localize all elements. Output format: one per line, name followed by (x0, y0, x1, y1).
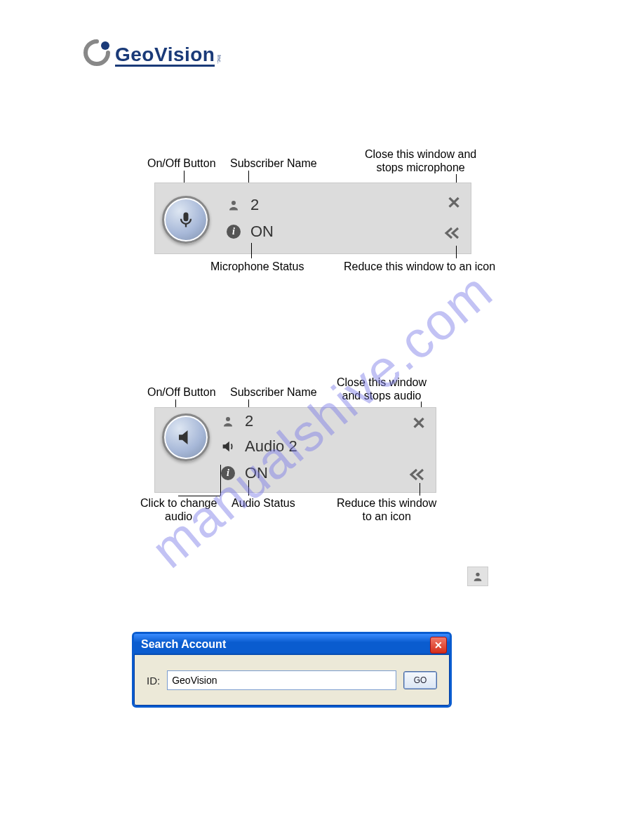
audio-subscriber-value: 2 (245, 412, 253, 430)
ann-audio-status: Audio Status (232, 496, 295, 510)
audio-minimize-button[interactable] (409, 467, 426, 485)
logo-inc: Inc. (216, 55, 222, 67)
mic-close-button[interactable]: ✕ (447, 193, 461, 213)
id-input[interactable] (167, 670, 396, 690)
ann-mic-status: Microphone Status (210, 260, 304, 273)
ann-mic-close: Close this window and stops microphone (365, 147, 476, 174)
search-body: ID: GO (134, 655, 450, 706)
mic-subscriber-value: 2 (250, 196, 259, 214)
audio-toggle-button[interactable] (162, 413, 210, 461)
annotation-line (420, 483, 420, 496)
annotation-line (248, 480, 249, 496)
person-icon (225, 197, 242, 213)
svg-rect-1 (184, 213, 189, 222)
mic-status-value: ON (250, 223, 274, 241)
brand-logo: GeoVision Inc. (83, 39, 222, 67)
mic-toggle-button[interactable] (162, 196, 210, 244)
ann-mic-minimize: Reduce this window to an icon (344, 260, 495, 273)
annotation-line (456, 246, 457, 258)
svg-point-4 (226, 417, 230, 421)
ann-mic-subscriber: Subscriber Name (230, 157, 317, 170)
ann-audio-subscriber: Subscriber Name (230, 385, 317, 399)
audio-close-button[interactable]: ✕ (412, 413, 426, 433)
info-icon: i (227, 225, 241, 239)
svg-point-3 (232, 201, 236, 205)
ann-audio-change: Click to change audio (140, 496, 217, 523)
person-icon (472, 571, 483, 582)
annotation-line (220, 465, 221, 496)
ann-audio-close: Close this window and stops audio (337, 376, 427, 402)
person-icon-button[interactable] (467, 567, 488, 586)
person-icon (220, 413, 236, 430)
window-titlebar[interactable]: Search Account ✕ (134, 634, 450, 655)
ann-mic-onoff: On/Off Button (147, 157, 216, 170)
ann-audio-onoff: On/Off Button (147, 385, 216, 399)
info-icon: i (221, 466, 235, 480)
microphone-icon (176, 210, 196, 230)
annotation-line (251, 243, 252, 258)
audio-channel-label: Audio 2 (245, 437, 297, 456)
ann-audio-minimize: Reduce this window to an icon (337, 496, 436, 523)
window-close-button[interactable]: ✕ (430, 637, 447, 654)
id-label: ID: (147, 675, 160, 687)
logo-text: GeoVision (115, 45, 215, 67)
svg-point-5 (476, 573, 479, 576)
go-button[interactable]: GO (403, 671, 437, 689)
go-button-label: GO (414, 675, 427, 685)
chevron-double-left-icon (409, 468, 426, 481)
mic-minimize-button[interactable] (444, 225, 461, 244)
microphone-panel: 2 i ON ✕ (154, 183, 471, 254)
speaker-small-icon[interactable] (220, 438, 236, 455)
speaker-icon (175, 427, 196, 448)
chevron-double-left-icon (444, 227, 461, 239)
logo-mark-icon (83, 39, 111, 67)
audio-panel: 2 Audio 2 i ON ✕ (154, 407, 436, 493)
annotation-line (178, 496, 220, 496)
search-account-window: Search Account ✕ ID: GO (132, 632, 452, 708)
svg-point-0 (101, 41, 109, 50)
window-title: Search Account (141, 638, 226, 651)
